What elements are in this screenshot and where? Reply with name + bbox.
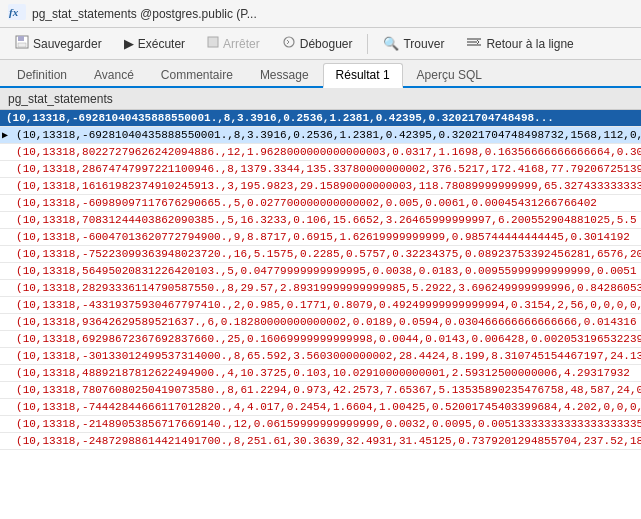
table-row[interactable]: (10,13318,28293336114790587550.,8,29.57,…	[0, 280, 641, 297]
find-icon: 🔍	[383, 36, 399, 51]
row-data: (10,13318,-75223099363948023720.,16,5.15…	[10, 246, 641, 263]
debug-icon	[282, 35, 296, 52]
row-indicator	[0, 195, 10, 212]
table-header-row: (10,13318,-69281040435888550001.,8,3.391…	[0, 110, 641, 127]
svg-rect-5	[208, 37, 218, 47]
function-icon: fx	[8, 4, 26, 23]
execute-icon: ▶	[124, 36, 134, 51]
wrap-icon	[466, 36, 482, 51]
table-row[interactable]: (10,13318,16161982374910245913.,3,195.98…	[0, 178, 641, 195]
stop-button[interactable]: Arrêter	[198, 32, 269, 55]
row-indicator: ▶	[0, 127, 10, 144]
tab-sqlpreview[interactable]: Aperçu SQL	[404, 63, 495, 86]
table-row[interactable]: (10,13318,80227279626242094886.,12,1.962…	[0, 144, 641, 161]
svg-rect-3	[18, 36, 24, 41]
row-indicator	[0, 416, 10, 433]
toolbar: Sauvegarder ▶ Exécuter Arrêter Déboguer …	[0, 28, 641, 60]
execute-button[interactable]: ▶ Exécuter	[115, 32, 194, 55]
row-data: (10,13318,70831244403862090385.,5,16.323…	[10, 212, 641, 229]
svg-text:fx: fx	[9, 6, 19, 18]
tabs-bar: Definition Avancé Commentaire Message Ré…	[0, 60, 641, 88]
row-indicator	[0, 212, 10, 229]
wrap-label: Retour à la ligne	[486, 37, 573, 51]
tab-message[interactable]: Message	[247, 63, 322, 86]
tab-comment[interactable]: Commentaire	[148, 63, 246, 86]
row-data: (10,13318,69298672367692837660.,25,0.160…	[10, 331, 641, 348]
row-indicator	[0, 178, 10, 195]
row-data: (10,13318,-24872988614421491700.,8,251.6…	[10, 433, 641, 450]
row-data: (10,13318,56495020831226420103.,5,0.0477…	[10, 263, 641, 280]
save-icon	[15, 35, 29, 52]
row-data: (10,13318,48892187812622494900.,4,10.372…	[10, 365, 641, 382]
row-data: (10,13318,-21489053856717669140.,12,0.06…	[10, 416, 641, 433]
data-grid[interactable]: (10,13318,-69281040435888550001.,8,3.391…	[0, 110, 641, 519]
row-indicator	[0, 382, 10, 399]
row-indicator	[0, 399, 10, 416]
title-text: pg_stat_statements @postgres.public (P..…	[32, 7, 257, 21]
title-bar: fx pg_stat_statements @postgres.public (…	[0, 0, 641, 28]
row-indicator	[0, 365, 10, 382]
row-data: (10,13318,-74442844666117012820.,4,4.017…	[10, 399, 641, 416]
row-data: (10,13318,-30133012499537314000.,8,65.59…	[10, 348, 641, 365]
table-row[interactable]: (10,13318,78076080250419073580.,8,61.229…	[0, 382, 641, 399]
toolbar-separator	[367, 34, 368, 54]
row-data: (10,13318,28293336114790587550.,8,29.57,…	[10, 280, 641, 297]
table-name: pg_stat_statements	[8, 92, 113, 106]
table-row[interactable]: ▶(10,13318,-69281040435888550001.,8,3.39…	[0, 127, 641, 144]
row-data: (10,13318,-69281040435888550001.,8,3.391…	[10, 127, 641, 144]
table-row[interactable]: (10,13318,28674747997221100946.,8,1379.3…	[0, 161, 641, 178]
table-row[interactable]: (10,13318,48892187812622494900.,4,10.372…	[0, 365, 641, 382]
svg-rect-4	[18, 43, 26, 47]
row-data: (10,13318,80227279626242094886.,12,1.962…	[10, 144, 641, 161]
row-indicator	[0, 161, 10, 178]
table-row[interactable]: (10,13318,-24872988614421491700.,8,251.6…	[0, 433, 641, 450]
row-indicator	[0, 144, 10, 161]
row-data: (10,13318,-60047013620772794900.,9,8.871…	[10, 229, 641, 246]
tab-definition[interactable]: Definition	[4, 63, 80, 86]
table-row[interactable]: (10,13318,-21489053856717669140.,12,0.06…	[0, 416, 641, 433]
table-row[interactable]: (10,13318,-74442844666117012820.,4,4.017…	[0, 399, 641, 416]
table-row[interactable]: (10,13318,70831244403862090385.,5,16.323…	[0, 212, 641, 229]
row-indicator	[0, 280, 10, 297]
row-indicator	[0, 263, 10, 280]
save-label: Sauvegarder	[33, 37, 102, 51]
table-row[interactable]: (10,13318,-75223099363948023720.,16,5.15…	[0, 246, 641, 263]
tab-result1[interactable]: Résultat 1	[323, 63, 403, 88]
table-row[interactable]: (10,13318,-43319375930467797410.,2,0.985…	[0, 297, 641, 314]
debug-label: Déboguer	[300, 37, 353, 51]
find-button[interactable]: 🔍 Trouver	[374, 32, 453, 55]
table-row[interactable]: (10,13318,-60047013620772794900.,9,8.871…	[0, 229, 641, 246]
table-row[interactable]: (10,13318,69298672367692837660.,25,0.160…	[0, 331, 641, 348]
row-data: (10,13318,16161982374910245913.,3,195.98…	[10, 178, 641, 195]
table-header: pg_stat_statements	[0, 88, 641, 110]
row-indicator	[0, 229, 10, 246]
tab-advanced[interactable]: Avancé	[81, 63, 147, 86]
row-indicator	[0, 314, 10, 331]
stop-icon	[207, 36, 219, 51]
stop-label: Arrêter	[223, 37, 260, 51]
table-row[interactable]: (10,13318,-60989097117676290665.,5,0.027…	[0, 195, 641, 212]
table-row[interactable]: (10,13318,-30133012499537314000.,8,65.59…	[0, 348, 641, 365]
row-indicator	[0, 348, 10, 365]
row-data: (10,13318,-60989097117676290665.,5,0.027…	[10, 195, 641, 212]
debug-button[interactable]: Déboguer	[273, 31, 362, 56]
row-data: (10,13318,-43319375930467797410.,2,0.985…	[10, 297, 641, 314]
row-indicator	[0, 246, 10, 263]
data-table: (10,13318,-69281040435888550001.,8,3.391…	[0, 110, 641, 450]
table-row[interactable]: (10,13318,56495020831226420103.,5,0.0477…	[0, 263, 641, 280]
row-data: (10,13318,28674747997221100946.,8,1379.3…	[10, 161, 641, 178]
table-row[interactable]: (10,13318,93642629589521637.,6,0.1828000…	[0, 314, 641, 331]
execute-label: Exécuter	[138, 37, 185, 51]
row-data: (10,13318,93642629589521637.,6,0.1828000…	[10, 314, 641, 331]
find-label: Trouver	[403, 37, 444, 51]
wrap-button[interactable]: Retour à la ligne	[457, 32, 582, 55]
row-indicator	[0, 297, 10, 314]
save-button[interactable]: Sauvegarder	[6, 31, 111, 56]
row-indicator	[0, 433, 10, 450]
row-data: (10,13318,78076080250419073580.,8,61.229…	[10, 382, 641, 399]
row-indicator	[0, 331, 10, 348]
